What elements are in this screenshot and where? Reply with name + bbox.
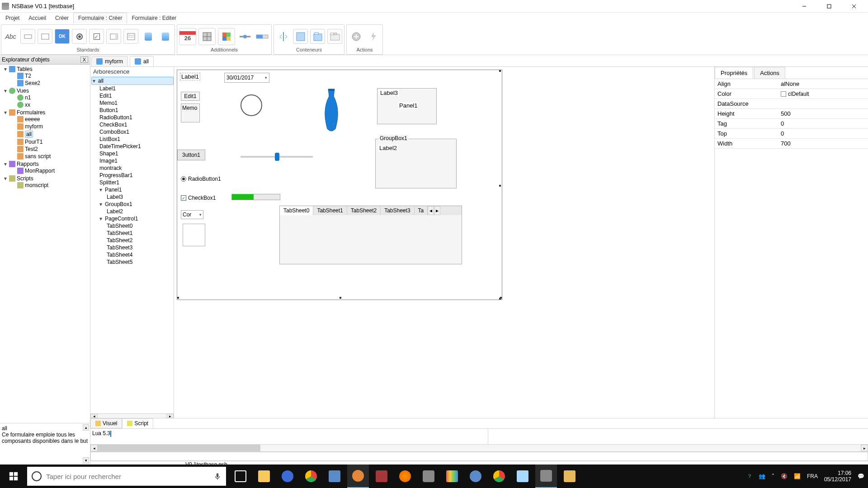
menu-projet[interactable]: Projet [1, 13, 24, 23]
properties-grid[interactable]: AlignalNone ColorclDefault DataSource He… [715, 79, 868, 418]
tb-notepad[interactable] [512, 465, 533, 488]
actions-tab[interactable]: Actions [754, 67, 785, 79]
tb-firefox[interactable] [394, 465, 416, 488]
ribbon-tool-grid[interactable] [198, 28, 216, 45]
ct-listbox1[interactable]: ListBox1 [99, 136, 174, 143]
prop-row-datasource[interactable]: DataSource [715, 99, 868, 109]
object-tree[interactable]: ▾Tables T2 Sexe2 ▾Vues n1 xx ▾Formulaire… [0, 65, 90, 472]
ct-tabsheet5[interactable]: TabSheet5 [106, 258, 174, 266]
menu-form-creer[interactable]: Formulaire : Créer [73, 13, 127, 23]
design-canvas[interactable]: Label1 30/01/2017▾ Edit1 Memo Label3 Pan… [177, 70, 502, 300]
tree-node-test2[interactable]: Test2 [11, 146, 89, 152]
ribbon-tool-pagecontrol[interactable] [327, 29, 342, 44]
dc-shape1[interactable] [241, 94, 262, 116]
close-button[interactable] [841, 0, 866, 13]
prop-row-top[interactable]: Top0 [715, 129, 868, 139]
ct-pagecontrol1[interactable]: ▾PageControl1 [99, 215, 174, 222]
tb-gear[interactable] [465, 465, 486, 488]
tb-nsbase[interactable] [535, 465, 557, 488]
tree-node-pourt1[interactable]: PourT1 [11, 139, 89, 145]
ct-all[interactable]: ▾all [91, 77, 174, 85]
ribbon-tool-panel[interactable] [293, 29, 308, 44]
tray-lang[interactable]: FRA [807, 473, 818, 479]
dc-button1[interactable]: 3utton1 [177, 150, 205, 160]
script-editor[interactable]: Lua 5.3 [90, 429, 868, 445]
dc-pagecontrol1[interactable]: TabSheet0 TabSheet1 TabSheet2 TabSheet3 … [279, 206, 462, 264]
ct-checkbox1[interactable]: CheckBox1 [99, 121, 174, 128]
tray-clock[interactable]: 17:06 05/12/2017 [824, 470, 851, 483]
dc-datetimepicker1[interactable]: 30/01/2017▾ [224, 73, 269, 83]
ct-label2[interactable]: Label2 [106, 208, 174, 215]
search-input[interactable] [46, 473, 209, 480]
ct-groupbox1[interactable]: ▾GroupBox1 [99, 201, 174, 208]
tree-node-scripts[interactable]: ▾Scripts [3, 175, 89, 182]
tab-tabsheet2[interactable]: TabSheet2 [347, 206, 381, 215]
properties-tab[interactable]: Propriétés [715, 67, 753, 79]
tab-visuel[interactable]: Visuel [90, 418, 122, 428]
ct-tabsheet4[interactable]: TabSheet4 [106, 251, 174, 258]
minimize-button[interactable] [792, 0, 816, 13]
desc-scroll-up[interactable]: ▴ [83, 424, 89, 431]
ct-button1[interactable]: Button1 [99, 107, 174, 114]
menu-accueil[interactable]: Accueil [24, 13, 51, 23]
ribbon-tool-listbox[interactable] [123, 29, 138, 44]
ct-datetimepicker1[interactable]: DateTimePicker1 [99, 143, 174, 150]
ct-label1[interactable]: Label1 [99, 85, 174, 92]
tree-node-monscript[interactable]: monscript [11, 182, 89, 188]
dc-memo1[interactable]: Memo [181, 103, 200, 122]
ribbon-tool-add[interactable] [349, 29, 363, 44]
tb-paint[interactable] [559, 465, 580, 488]
prop-row-tag[interactable]: Tag0 [715, 119, 868, 129]
tb-db-gray[interactable] [418, 465, 439, 488]
ct-tabsheet2[interactable]: TabSheet2 [106, 237, 174, 244]
tree-node-eeeee[interactable]: eeeee [11, 116, 89, 122]
scroll-track[interactable] [98, 414, 166, 418]
tray-network-icon[interactable]: 📶 [794, 473, 801, 479]
scroll-thumb[interactable] [98, 445, 260, 451]
script-hscroll[interactable]: ◂ ▸ [90, 445, 868, 452]
ct-tabsheet3[interactable]: TabSheet3 [106, 244, 174, 251]
ribbon-tool-db2[interactable] [158, 29, 173, 44]
tray-volume-icon[interactable]: 🔇 [781, 473, 788, 479]
explorer-close-button[interactable]: X [80, 56, 88, 63]
tray-people-icon[interactable]: 👥 [759, 473, 765, 479]
dc-label3[interactable]: Label3 [379, 89, 399, 96]
ribbon-tool-label[interactable]: Abc [3, 29, 18, 44]
tab-tabsheet1[interactable]: TabSheet1 [313, 206, 347, 215]
ct-label3[interactable]: Label3 [106, 193, 174, 201]
dc-checkbox1[interactable]: ✓CheckBox1 [181, 195, 216, 201]
tb-access[interactable] [371, 465, 392, 488]
ct-montrack[interactable]: montrack [99, 164, 174, 172]
tb-chrome2[interactable] [488, 465, 510, 488]
start-button[interactable] [0, 465, 27, 488]
prop-row-align[interactable]: AlignalNone [715, 79, 868, 89]
ct-progressbar1[interactable]: ProgressBar1 [99, 172, 174, 179]
command-input[interactable] [90, 452, 868, 461]
ribbon-tool-colorgrid[interactable] [218, 28, 235, 45]
dc-combobox1[interactable]: Cor▾ [181, 210, 203, 219]
scroll-left-button[interactable]: ◂ [90, 445, 98, 451]
ribbon-tool-edit[interactable] [20, 29, 35, 44]
form-tab-myform[interactable]: myform [91, 56, 128, 66]
menu-creer[interactable]: Créer [51, 13, 73, 23]
dc-edit1[interactable]: Edit1 [181, 92, 200, 101]
ribbon-tool-checkbox[interactable]: ✓ [89, 29, 104, 44]
tab-tabsheet4[interactable]: Ta [415, 206, 428, 215]
tb-chrome1[interactable] [300, 465, 322, 488]
tray-chevron-up-icon[interactable]: ˄ [772, 473, 774, 479]
ct-tabsheet1[interactable]: TabSheet1 [106, 230, 174, 237]
scroll-right-button[interactable]: ▸ [166, 414, 174, 418]
ribbon-tool-radio[interactable] [72, 29, 87, 44]
ct-radiobutton1[interactable]: RadioButton1 [99, 114, 174, 121]
dc-label1[interactable]: Label1 [180, 73, 200, 80]
tab-tabsheet3[interactable]: TabSheet3 [381, 206, 414, 215]
tb-explorer[interactable] [253, 465, 275, 488]
microphone-icon[interactable] [213, 472, 222, 480]
prop-row-color[interactable]: ColorclDefault [715, 89, 868, 99]
tb-app-process[interactable] [324, 465, 345, 488]
ct-image1[interactable]: Image1 [99, 157, 174, 164]
scroll-left-button[interactable]: ◂ [90, 414, 98, 418]
prop-row-height[interactable]: Height500 [715, 109, 868, 119]
script-text[interactable]: Lua 5.3 [90, 429, 488, 444]
ribbon-tool-memo[interactable] [38, 29, 52, 44]
